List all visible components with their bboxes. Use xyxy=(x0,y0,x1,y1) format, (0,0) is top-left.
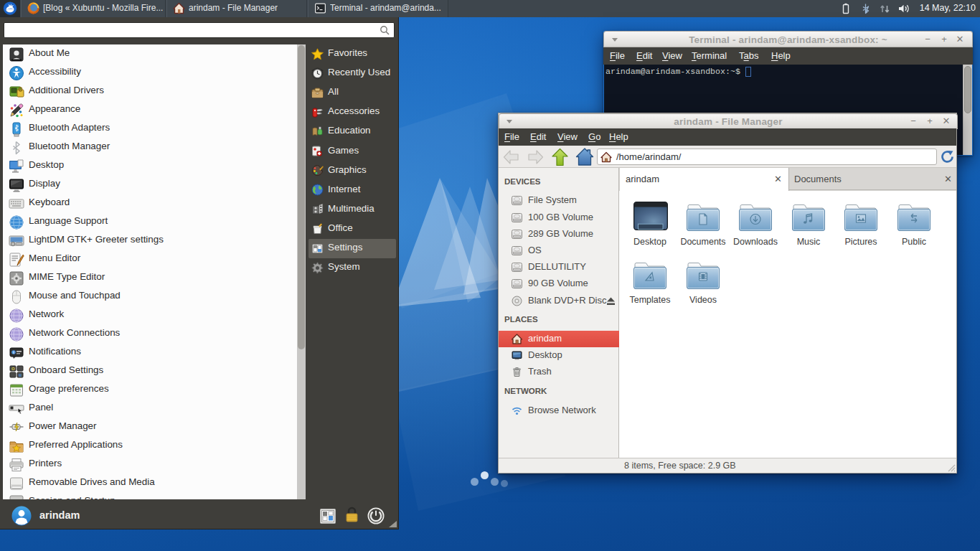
svg-text:B: B xyxy=(19,372,22,377)
svg-text:O: O xyxy=(11,366,15,370)
